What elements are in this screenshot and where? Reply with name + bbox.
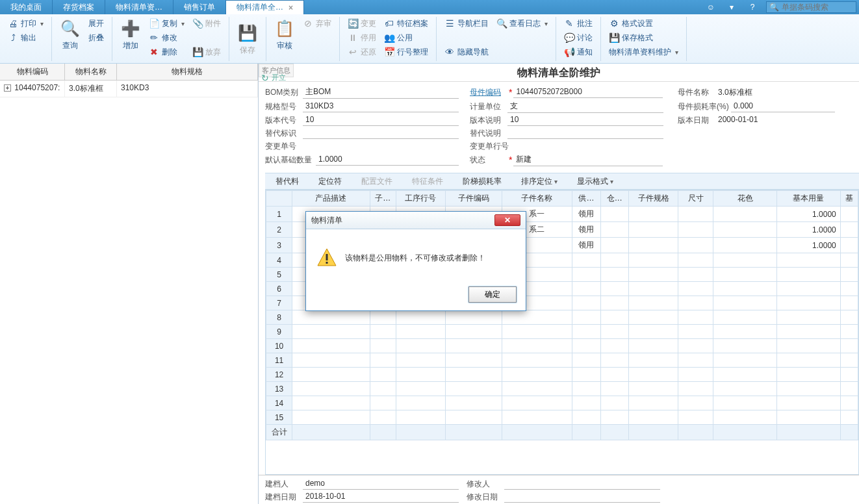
modal-overlay: 物料清单 ✕ 该物料是公用物料，不可修改或者删除！ 确定 xyxy=(0,0,859,504)
modal-message: 该物料是公用物料，不可修改或者删除！ xyxy=(345,253,485,264)
warning-icon xyxy=(316,247,337,268)
svg-rect-1 xyxy=(326,254,328,260)
svg-rect-2 xyxy=(326,262,328,264)
modal-title: 物料清单 xyxy=(311,215,342,226)
alert-dialog: 物料清单 ✕ 该物料是公用物料，不可修改或者删除！ 确定 xyxy=(305,211,526,311)
modal-close-button[interactable]: ✕ xyxy=(494,214,520,226)
modal-ok-button[interactable]: 确定 xyxy=(468,286,517,303)
